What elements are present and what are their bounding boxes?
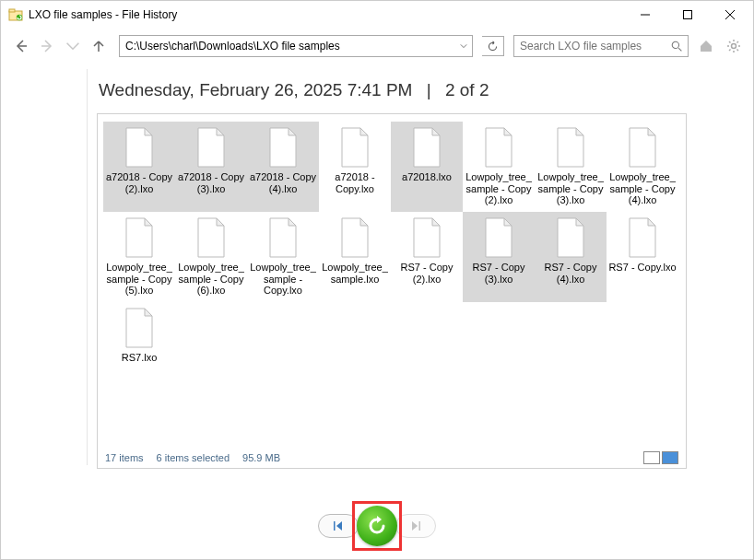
file-name: RS7.lxo — [122, 352, 158, 364]
file-name: Lowpoly_tree_sample - Copy (3).lxo — [536, 171, 605, 206]
toolbar — [1, 29, 753, 64]
file-icon — [336, 216, 373, 260]
file-item[interactable]: a72018.lxo — [391, 122, 463, 212]
search-box — [513, 35, 689, 57]
refresh-button[interactable] — [482, 36, 504, 56]
forward-button[interactable] — [36, 35, 58, 57]
snapshot-heading: Wednesday, February 26, 2025 7:41 PM | 2… — [99, 80, 753, 100]
status-count: 17 items — [105, 452, 144, 463]
file-icon — [193, 216, 230, 260]
svg-line-18 — [729, 50, 731, 52]
file-item[interactable]: Lowpoly_tree_sample.lxo — [319, 212, 391, 302]
svg-rect-1 — [9, 9, 15, 12]
address-bar — [119, 35, 473, 57]
file-name: RS7 - Copy (3).lxo — [465, 262, 533, 285]
file-item[interactable]: a72018 - Copy (4).lxo — [247, 122, 319, 212]
file-name: RS7 - Copy (4).lxo — [536, 262, 605, 285]
file-item[interactable]: Lowpoly_tree_sample - Copy.lxo — [247, 212, 319, 302]
file-name: Lowpoly_tree_sample.lxo — [321, 262, 389, 285]
history-dropdown[interactable] — [62, 35, 84, 57]
file-item[interactable]: RS7 - Copy (3).lxo — [463, 212, 535, 302]
svg-rect-21 — [419, 521, 421, 531]
svg-line-16 — [729, 41, 731, 43]
maximize-button[interactable] — [666, 1, 709, 29]
file-icon — [121, 125, 158, 169]
svg-line-10 — [678, 48, 681, 51]
status-bar: 17 items 6 items selected 95.9 MB — [105, 451, 678, 464]
previous-version-button[interactable] — [318, 514, 359, 538]
file-item[interactable]: Lowpoly_tree_sample - Copy (4).lxo — [607, 122, 678, 212]
file-icon — [408, 216, 445, 260]
file-icon — [265, 125, 301, 169]
file-icon — [121, 216, 158, 260]
file-icon — [624, 125, 661, 169]
svg-point-11 — [732, 44, 736, 49]
next-version-button[interactable] — [395, 514, 436, 538]
left-panel — [6, 69, 88, 465]
file-item[interactable]: Lowpoly_tree_sample - Copy (6).lxo — [175, 212, 247, 302]
file-name: a72018 - Copy (4).lxo — [249, 171, 317, 194]
file-icon — [408, 125, 445, 169]
file-grid: a72018 - Copy (2).lxoa72018 - Copy (3).l… — [103, 122, 680, 368]
file-icon — [480, 125, 517, 169]
titlebar: LXO file samples - File History — [1, 1, 753, 29]
address-input[interactable] — [120, 36, 455, 56]
file-name: Lowpoly_tree_sample - Copy (6).lxo — [177, 262, 245, 297]
file-name: RS7 - Copy.lxo — [608, 262, 676, 274]
file-icon — [552, 216, 589, 260]
file-item[interactable]: a72018 - Copy (2).lxo — [103, 122, 175, 212]
file-icon — [265, 216, 301, 260]
view-tiles-button[interactable] — [662, 451, 678, 464]
file-icon — [480, 216, 517, 260]
file-name: a72018 - Copy (3).lxo — [177, 171, 245, 194]
window-title: LXO file samples - File History — [29, 8, 624, 21]
snapshot-timestamp: Wednesday, February 26, 2025 7:41 PM — [99, 80, 412, 99]
up-button[interactable] — [88, 35, 110, 57]
address-dropdown[interactable] — [455, 36, 472, 56]
file-pane: a72018 - Copy (2).lxoa72018 - Copy (3).l… — [97, 113, 687, 469]
file-name: a72018 - Copy (2).lxo — [105, 171, 173, 194]
file-icon — [336, 125, 373, 169]
file-item[interactable]: RS7.lxo — [103, 302, 175, 369]
file-item[interactable]: Lowpoly_tree_sample - Copy (3).lxo — [535, 122, 607, 212]
file-item[interactable]: RS7 - Copy (4).lxo — [535, 212, 607, 302]
view-details-button[interactable] — [643, 451, 660, 464]
svg-point-9 — [672, 41, 678, 48]
file-name: Lowpoly_tree_sample - Copy (4).lxo — [608, 171, 677, 206]
svg-line-17 — [737, 50, 739, 52]
back-button[interactable] — [10, 35, 32, 57]
svg-rect-4 — [684, 11, 692, 19]
snapshot-position: 2 of 2 — [445, 80, 489, 99]
file-icon — [193, 125, 230, 169]
svg-rect-20 — [334, 521, 336, 531]
status-size: 95.9 MB — [242, 452, 280, 463]
app-icon — [8, 7, 23, 22]
file-name: Lowpoly_tree_sample - Copy (5).lxo — [105, 262, 173, 297]
file-item[interactable]: a72018 - Copy.lxo — [319, 122, 391, 212]
file-item[interactable]: a72018 - Copy (3).lxo — [175, 122, 247, 212]
close-button[interactable] — [709, 1, 751, 29]
file-name: Lowpoly_tree_sample - Copy (2).lxo — [465, 171, 533, 206]
minimize-button[interactable] — [624, 1, 666, 29]
home-icon[interactable] — [696, 36, 716, 56]
search-icon[interactable] — [666, 41, 688, 52]
file-name: a72018 - Copy.lxo — [321, 171, 389, 194]
search-input[interactable] — [514, 40, 666, 52]
file-name: RS7 - Copy (2).lxo — [393, 262, 461, 285]
file-item[interactable]: RS7 - Copy.lxo — [607, 212, 678, 302]
content-area: Wednesday, February 26, 2025 7:41 PM | 2… — [1, 64, 753, 469]
file-icon — [552, 125, 589, 169]
file-name: Lowpoly_tree_sample - Copy.lxo — [249, 262, 317, 297]
file-item[interactable]: Lowpoly_tree_sample - Copy (2).lxo — [463, 122, 535, 212]
history-controls — [1, 506, 753, 546]
gear-icon[interactable] — [724, 36, 744, 56]
file-name: a72018.lxo — [402, 171, 452, 183]
file-icon — [624, 216, 661, 260]
file-icon — [121, 306, 158, 350]
svg-line-19 — [737, 41, 739, 43]
file-item[interactable]: RS7 - Copy (2).lxo — [391, 212, 463, 302]
status-selection: 6 items selected — [157, 452, 230, 463]
file-item[interactable]: Lowpoly_tree_sample - Copy (5).lxo — [103, 212, 175, 302]
restore-button[interactable] — [357, 506, 397, 546]
